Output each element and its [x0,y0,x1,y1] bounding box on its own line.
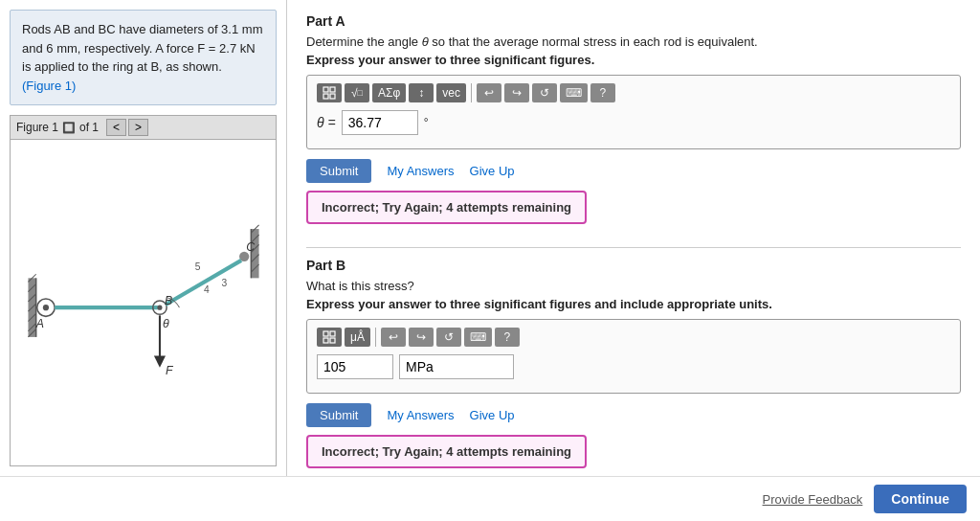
part-a-title: Part A [306,13,961,29]
problem-description: Rods AB and BC have diameters of 3.1 mm … [10,10,277,105]
svg-rect-36 [330,94,335,99]
bottom-bar: Provide Feedback Continue [0,476,980,521]
figure-prev-btn[interactable]: < [106,119,126,136]
svg-text:θ: θ [163,317,169,330]
help-btn[interactable]: ? [590,83,615,102]
svg-point-11 [43,305,49,310]
part-b-toolbar: μÅ ↩ ↪ ↺ ⌨ ? [317,328,950,347]
mu-a-btn[interactable]: μÅ [345,328,370,347]
sqrt-btn[interactable]: √□ [345,83,369,102]
svg-rect-38 [330,331,335,336]
b-keyboard-btn[interactable]: ⌨ [464,328,492,347]
vec-btn[interactable]: vec [436,83,466,102]
part-b-my-answers-btn[interactable]: My Answers [387,408,454,422]
svg-rect-35 [323,94,328,99]
b-reset-btn[interactable]: ↺ [436,328,461,347]
matrix2-btn[interactable] [317,328,342,347]
figure-label: Figure 1 [16,121,58,134]
right-panel: Part A Determine the angle θ so that the… [287,0,980,476]
provide-feedback-btn[interactable]: Provide Feedback [763,492,863,507]
b-redo-btn[interactable]: ↪ [409,328,434,347]
stress-unit-input[interactable] [399,354,514,379]
part-b-give-up-btn[interactable]: Give Up [470,408,515,422]
matrix-btn[interactable] [317,83,342,102]
redo-btn[interactable]: ↪ [504,83,529,102]
figure-next-btn[interactable]: > [128,119,148,136]
arrows-btn[interactable]: ↕ [409,83,434,102]
part-b-answer-box: μÅ ↩ ↪ ↺ ⌨ ? [306,319,961,394]
part-b-instruction: Express your answer to three significant… [306,297,961,311]
svg-rect-34 [330,87,335,92]
keyboard-btn[interactable]: ⌨ [560,83,588,102]
svg-text:3: 3 [222,278,228,288]
part-a-my-answers-btn[interactable]: My Answers [387,164,454,178]
figure-icon: 🔲 [62,122,76,134]
part-b-section: Part B What is this stress? Express your… [306,258,961,468]
figure-svg: A B C 5 3 4 θ [11,140,276,465]
part-b-input-row [317,354,950,379]
left-panel: Rods AB and BC have diameters of 3.1 mm … [0,0,287,476]
undo-btn[interactable]: ↩ [477,83,501,102]
part-b-title: Part B [306,258,961,273]
svg-rect-40 [330,338,335,343]
toolbar-sep-1 [471,83,472,102]
b-help-btn[interactable]: ? [495,328,520,347]
svg-rect-39 [323,338,328,343]
svg-text:B: B [165,294,172,307]
theta-label: θ = [317,115,336,130]
reset-btn[interactable]: ↺ [532,83,557,102]
part-b-question: What is this stress? [306,279,961,293]
toolbar-b-sep [375,328,376,347]
part-a-answer-box: √□ ΑΣφ ↕ vec ↩ ↪ ↺ ⌨ ? θ = ° [306,75,961,149]
figure-link[interactable]: (Figure 1) [22,79,76,93]
section-divider [306,247,961,248]
svg-text:5: 5 [195,261,201,272]
degree-symbol: ° [424,116,429,129]
part-b-submit-btn[interactable]: Submit [306,403,371,427]
svg-point-14 [157,306,162,310]
of-label: of 1 [79,121,99,134]
part-a-section: Part A Determine the angle θ so that the… [306,13,961,224]
part-a-actions: Submit My Answers Give Up [306,159,961,183]
figure-toolbar: Figure 1 🔲 of 1 < > [10,115,277,139]
part-a-input-row: θ = ° [317,110,950,135]
part-a-give-up-btn[interactable]: Give Up [470,164,515,178]
part-a-toolbar: √□ ΑΣφ ↕ vec ↩ ↪ ↺ ⌨ ? [317,83,950,102]
part-a-submit-btn[interactable]: Submit [306,159,371,183]
svg-rect-0 [11,199,276,405]
part-a-instruction: Express your answer to three significant… [306,53,961,67]
stress-value-input[interactable] [317,354,393,379]
alpha-sigma-btn[interactable]: ΑΣφ [372,83,406,102]
problem-text: Rods AB and BC have diameters of 3.1 mm … [22,22,262,74]
svg-text:A: A [35,317,44,330]
figure-container: Figure 1 🔲 of 1 < > [0,115,286,476]
svg-rect-33 [323,87,328,92]
part-a-question: Determine the angle θ so that the averag… [306,34,961,49]
theta-input[interactable] [342,110,418,135]
svg-rect-37 [323,331,328,336]
svg-text:4: 4 [204,284,210,295]
svg-text:C: C [246,240,255,254]
part-a-feedback: Incorrect; Try Again; 4 attempts remaini… [306,191,587,224]
part-b-feedback: Incorrect; Try Again; 4 attempts remaini… [306,435,587,468]
part-b-actions: Submit My Answers Give Up [306,403,961,427]
continue-btn[interactable]: Continue [874,485,967,513]
main-layout: Rods AB and BC have diameters of 3.1 mm … [0,0,980,476]
figure-canvas: A B C 5 3 4 θ [10,139,277,466]
b-undo-btn[interactable]: ↩ [381,328,406,347]
